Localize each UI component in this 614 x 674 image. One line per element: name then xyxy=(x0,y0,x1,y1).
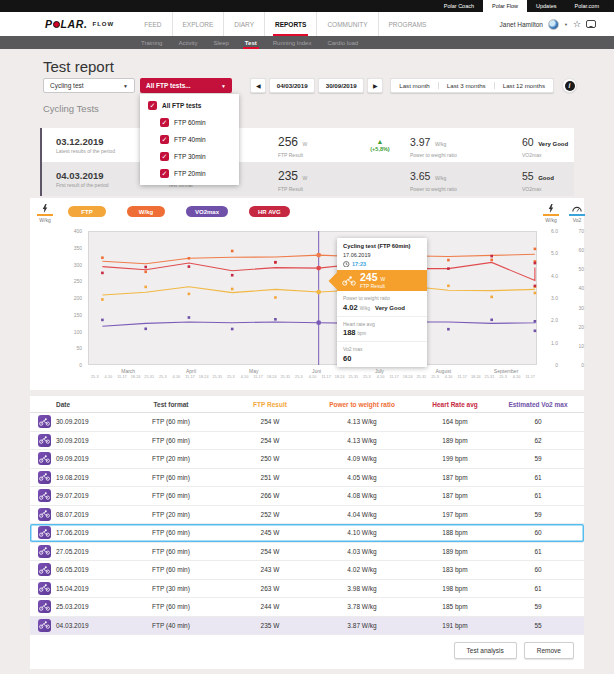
summary-row-latest[interactable]: 03.12.2019Latest results of the period 2… xyxy=(40,128,574,162)
cell-vo2-max: 61 xyxy=(500,492,576,499)
sport-select[interactable]: Cycling test ▼ xyxy=(43,78,135,93)
table-row[interactable]: 04.03.2019 FTP (40 min) 235 W 3.87 W/kg … xyxy=(30,617,584,636)
lightning-icon xyxy=(540,204,562,213)
column-header-ftp-result[interactable]: FTP Result xyxy=(226,401,314,408)
checkbox-checked-icon[interactable]: ✓ xyxy=(160,118,169,127)
filter-option-ftp-20min[interactable]: ✓ FTP 20min xyxy=(140,165,239,182)
table-row[interactable]: 30.09.2019 FTP (60 min) 254 W 4.13 W/kg … xyxy=(30,432,584,451)
tooltip-ftp-value: 245 xyxy=(360,271,378,283)
cell-ftp-result: 235 W xyxy=(226,622,314,629)
date-from-input[interactable]: 04/03/2019 xyxy=(269,78,315,93)
topbar-link-polar-coach[interactable]: Polar Coach xyxy=(435,0,483,12)
column-header-test-format[interactable]: Test format xyxy=(116,401,226,408)
report-subnav: Training Activity Sleep Test Running Ind… xyxy=(0,36,614,49)
chevron-down-icon: ▼ xyxy=(221,83,226,89)
checkbox-checked-icon[interactable]: ✓ xyxy=(160,169,169,178)
x-axis-week-label: 25-31 xyxy=(280,375,290,379)
summary-ftp-unit: W xyxy=(302,175,307,181)
subnav-item-training[interactable]: Training xyxy=(133,36,170,49)
column-header-heart-rate-avg[interactable]: Heart Rate avg xyxy=(410,401,500,408)
test-filter-select[interactable]: All FTP tests... ▼ xyxy=(140,78,232,93)
subnav-item-running-index[interactable]: Running Index xyxy=(265,36,320,49)
checkbox-checked-icon[interactable]: ✓ xyxy=(160,152,169,161)
table-row[interactable]: 06.05.2019 FTP (60 min) 243 W 4.02 W/kg … xyxy=(30,561,584,580)
cell-heart-rate-avg: 198 bpm xyxy=(410,585,500,592)
summary-row-first[interactable]: 04.03.2019First result of the period FTP… xyxy=(40,162,574,196)
checkbox-checked-icon[interactable]: ✓ xyxy=(148,101,157,110)
right-vo2-axis-tick: 0 xyxy=(566,362,584,368)
left-axis-tick: 350 xyxy=(64,245,82,251)
subnav-item-test[interactable]: Test xyxy=(237,36,265,49)
table-row[interactable]: 15.04.2019 FTP (30 min) 263 W 3.98 W/kg … xyxy=(30,580,584,599)
summary-ftp-value: 256 xyxy=(278,135,298,149)
topbar-link-polar-flow[interactable]: Polar Flow xyxy=(483,0,527,12)
left-axis-tick: 150 xyxy=(64,312,82,318)
range-last-12-months[interactable]: Last 12 months xyxy=(495,82,553,89)
left-axis-tick: 250 xyxy=(64,278,82,284)
topbar-link-polar-com[interactable]: Polar.com xyxy=(566,0,608,12)
next-period-button[interactable]: ▶ xyxy=(367,78,383,93)
legend-vo2max[interactable]: VO2max xyxy=(186,206,228,217)
table-row[interactable]: 17.06.2019 FTP (60 min) 245 W 4.10 W/kg … xyxy=(30,524,584,543)
chart-plot-area[interactable] xyxy=(88,231,537,365)
date-to-input[interactable]: 30/09/2019 xyxy=(318,78,364,93)
filter-option-ftp-60min[interactable]: ✓ FTP 60min xyxy=(140,114,239,131)
table-row[interactable]: 25.03.2019 FTP (60 min) 244 W 3.78 W/kg … xyxy=(30,598,584,617)
range-last-month[interactable]: Last month xyxy=(391,82,439,89)
table-row[interactable]: 19.08.2019 FTP (60 min) 251 W 4.05 W/kg … xyxy=(30,469,584,488)
polar-flow-logo[interactable]: PLAR. FLOW xyxy=(45,12,114,36)
range-last-3-months[interactable]: Last 3 months xyxy=(439,82,495,89)
summary-wkg-caption: Power to weight ratio xyxy=(410,186,522,192)
summary-panel: 03.12.2019Latest results of the period 2… xyxy=(40,128,574,196)
legend-hr-avg[interactable]: HR AVG xyxy=(249,206,290,217)
table-row[interactable]: 30.09.2019 FTP (60 min) 254 W 4.13 W/kg … xyxy=(30,413,584,432)
subnav-item-activity[interactable]: Activity xyxy=(170,36,205,49)
column-header-date[interactable]: Date xyxy=(56,401,116,408)
x-axis-month-label: August xyxy=(436,368,452,374)
user-caret-icon[interactable]: ▼ xyxy=(564,22,568,27)
table-row[interactable]: 29.07.2019 FTP (60 min) 266 W 4.08 W/kg … xyxy=(30,487,584,506)
favorites-star-icon[interactable]: ☆ xyxy=(573,20,581,29)
cell-power-to-weight: 4.05 W/kg xyxy=(314,474,410,481)
summary-vo2-caption: VO2max xyxy=(522,152,574,158)
cell-test-format: FTP (60 min) xyxy=(116,603,226,610)
table-row[interactable]: 09.09.2019 FTP (20 min) 250 W 4.09 W/kg … xyxy=(30,450,584,469)
filter-option-ftp-30min[interactable]: ✓ FTP 30min xyxy=(140,148,239,165)
prev-period-button[interactable]: ◀ xyxy=(250,78,266,93)
user-area: Janet Hamilton ▼ ☆ xyxy=(500,12,596,36)
subnav-item-cardio-load[interactable]: Cardio load xyxy=(319,36,366,49)
legend-ftp[interactable]: FTP xyxy=(68,206,106,217)
topbar-link-updates[interactable]: Updates xyxy=(527,0,566,12)
nav-item-reports[interactable]: REPORTS xyxy=(265,12,317,36)
table-row[interactable]: 27.05.2019 FTP (60 min) 254 W 4.03 W/kg … xyxy=(30,543,584,562)
legend-wkg[interactable]: W/kg xyxy=(127,206,165,217)
cell-heart-rate-avg: 183 bpm xyxy=(410,566,500,573)
nav-item-community[interactable]: COMMUNITY xyxy=(317,12,378,36)
nav-item-programs[interactable]: PROGRAMS xyxy=(379,12,437,36)
nav-item-diary[interactable]: DIARY xyxy=(224,12,265,36)
remove-button[interactable]: Remove xyxy=(524,642,574,659)
cell-test-format: FTP (60 min) xyxy=(116,437,226,444)
user-name[interactable]: Janet Hamilton xyxy=(500,21,543,28)
filter-option-all-ftp-tests[interactable]: ✓ All FTP tests xyxy=(140,97,239,114)
x-axis-week-label: 18-24 xyxy=(267,375,277,379)
column-header-estimated-vo2-max[interactable]: Estimated Vo2 max xyxy=(500,401,576,408)
nav-item-feed[interactable]: FEED xyxy=(134,12,172,36)
avatar[interactable] xyxy=(548,19,559,30)
x-axis-week-label: 11-17 xyxy=(117,375,126,379)
x-axis-week-label: 4-10 xyxy=(173,375,181,379)
column-header-power-to-weight-ratio[interactable]: Power to weight ratio xyxy=(314,401,410,408)
right-power-axis-tick: 2.0 xyxy=(540,317,558,323)
messages-icon[interactable] xyxy=(586,20,596,28)
info-button[interactable]: i xyxy=(562,78,577,93)
cell-date: 06.05.2019 xyxy=(56,566,116,573)
test-analysis-button[interactable]: Test analysis xyxy=(454,642,517,659)
filter-option-ftp-40min[interactable]: ✓ FTP 40min xyxy=(140,131,239,148)
cyclist-icon xyxy=(38,526,51,539)
cell-test-format: FTP (30 min) xyxy=(116,585,226,592)
table-row[interactable]: 08.07.2019 FTP (20 min) 252 W 4.04 W/kg … xyxy=(30,506,584,525)
nav-item-explore[interactable]: EXPLORE xyxy=(173,12,225,36)
subnav-item-sleep[interactable]: Sleep xyxy=(205,36,236,49)
cell-date: 27.05.2019 xyxy=(56,548,116,555)
checkbox-checked-icon[interactable]: ✓ xyxy=(160,135,169,144)
